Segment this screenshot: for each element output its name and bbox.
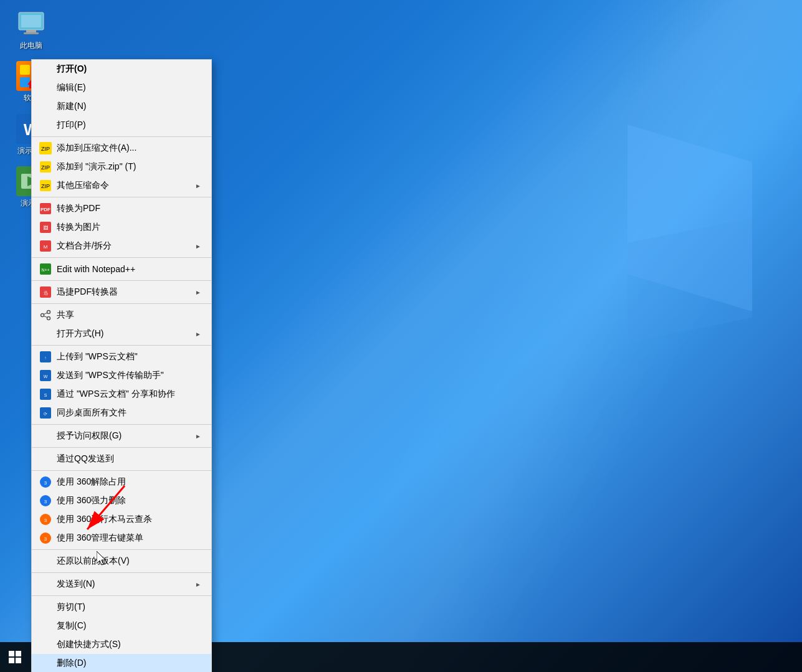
menu-item-restore[interactable]: 还原以前的版本(V) (32, 552, 211, 570)
this-pc-label: 此电脑 (20, 41, 42, 50)
menu-item-open[interactable]: 打开(O) (32, 60, 211, 78)
submenu-arrow-zip: ► (195, 182, 201, 189)
submenu-arrow-send-to: ► (195, 581, 201, 588)
menu-label-edit: 编辑(E) (57, 82, 201, 93)
menu-item-360-scan[interactable]: 3 使用 360进行木马云查杀 (32, 510, 211, 529)
menu-item-send-wps[interactable]: W 发送到 "WPS文件传输助手" (32, 366, 211, 385)
grant-icon (39, 430, 52, 442)
menu-item-delete[interactable]: 删除(D) (32, 654, 211, 672)
svg-text:S: S (44, 393, 47, 397)
menu-item-notepad[interactable]: N++ Edit with Notepad++ (32, 260, 211, 278)
menu-item-grant[interactable]: 授予访问权限(G) ► (32, 427, 211, 445)
menu-label-360-menu: 使用 360管理右键菜单 (57, 532, 201, 544)
svg-text:3: 3 (44, 480, 47, 486)
svg-line-34 (44, 313, 47, 315)
menu-label-send-to: 发送到(N) (57, 579, 195, 590)
menu-label-share-wps: 通过 "WPS云文档" 分享和协作 (57, 389, 201, 400)
menu-item-to-img[interactable]: 🖼 转换为图片 (32, 218, 211, 237)
divider-10 (32, 549, 211, 550)
desktop: 此电脑 (0, 0, 802, 672)
menu-label-notepad: Edit with Notepad++ (57, 264, 201, 274)
menu-item-360-menu[interactable]: 3 使用 360管理右键菜单 (32, 529, 211, 547)
menu-label-to-pdf: 转换为PDF (57, 203, 201, 214)
svg-text:3: 3 (44, 499, 47, 504)
menu-item-new[interactable]: 新建(N) (32, 97, 211, 116)
divider-5 (32, 303, 211, 304)
svg-text:W: W (44, 374, 48, 379)
open-icon (39, 63, 52, 75)
svg-point-33 (41, 314, 44, 317)
divider-8 (32, 447, 211, 448)
menu-item-send-qq[interactable]: 通过QQ发送到 (32, 450, 211, 468)
submenu-arrow-xun: ► (195, 289, 201, 296)
submenu-arrow-grant: ► (195, 433, 201, 440)
divider-1 (32, 136, 211, 137)
menu-item-sync[interactable]: ⟳ 同步桌面所有文件 (32, 404, 211, 422)
restore-icon (39, 555, 52, 567)
win-logo-q4 (16, 658, 21, 663)
svg-point-32 (47, 317, 50, 320)
share-wps-icon: S (39, 388, 52, 400)
menu-item-360-free[interactable]: 3 使用 360解除占用 (32, 473, 211, 491)
qq-icon (39, 453, 52, 465)
xun-icon: 迅 (39, 286, 52, 298)
pdf-icon: PDF (39, 202, 52, 215)
menu-item-add-zip2[interactable]: ZIP 添加到 "演示.zip" (T) (32, 158, 211, 176)
divider-3 (32, 257, 211, 258)
menu-label-new: 新建(N) (57, 101, 201, 112)
menu-item-merge[interactable]: M 文档合并/拆分 ► (32, 237, 211, 255)
divider-11 (32, 572, 211, 573)
menu-label-sync: 同步桌面所有文件 (57, 407, 201, 419)
menu-item-add-zip[interactable]: ZIP 添加到压缩文件(A)... (32, 139, 211, 158)
menu-item-create-shortcut[interactable]: 创建快捷方式(S) (32, 635, 211, 654)
menu-item-edit[interactable]: 编辑(E) (32, 78, 211, 97)
menu-item-upload-wps[interactable]: ↑ 上传到 "WPS云文档" (32, 348, 211, 366)
menu-item-cut[interactable]: 剪切(T) (32, 598, 211, 617)
menu-item-360-del[interactable]: 3 使用 360强力删除 (32, 491, 211, 510)
share-icon (39, 309, 52, 321)
svg-text:迅: 迅 (44, 291, 48, 295)
menu-label-add-zip: 添加到压缩文件(A)... (57, 143, 201, 154)
360c-icon: 3 (39, 513, 52, 526)
send-wps-icon: W (39, 369, 52, 382)
menu-item-other-zip[interactable]: ZIP 其他压缩命令 ► (32, 176, 211, 195)
context-menu: 打开(O) 编辑(E) 新建(N) 打印(P) ZIP 添加到压缩文件(A)..… (31, 59, 212, 672)
svg-text:🖼: 🖼 (43, 225, 48, 231)
menu-item-to-pdf[interactable]: PDF 转换为PDF (32, 199, 211, 218)
svg-text:3: 3 (44, 536, 47, 542)
svg-text:ZIP: ZIP (41, 183, 50, 189)
open-with-icon (39, 328, 52, 340)
menu-item-copy[interactable]: 复制(C) (32, 617, 211, 635)
menu-label-360-scan: 使用 360进行木马云查杀 (57, 514, 201, 525)
menu-item-open-with[interactable]: 打开方式(H) ► (32, 324, 211, 343)
menu-label-360-free: 使用 360解除占用 (57, 476, 201, 488)
svg-text:M: M (44, 244, 48, 250)
edit-icon (39, 82, 52, 94)
menu-label-cut: 剪切(T) (57, 602, 201, 613)
windows-logo-icon (9, 651, 21, 663)
svg-text:ZIP: ZIP (41, 146, 50, 152)
win-logo-q3 (9, 658, 14, 663)
menu-label-add-zip2: 添加到 "演示.zip" (T) (57, 161, 201, 173)
menu-item-share-wps[interactable]: S 通过 "WPS云文档" 分享和协作 (32, 385, 211, 404)
menu-item-xun[interactable]: 迅 迅捷PDF转换器 ► (32, 283, 211, 301)
divider-7 (32, 424, 211, 425)
svg-rect-2 (26, 30, 36, 32)
svg-rect-3 (24, 32, 39, 34)
menu-item-share[interactable]: 共享 (32, 306, 211, 324)
svg-point-31 (47, 311, 50, 314)
menu-item-send-to[interactable]: 发送到(N) ► (32, 575, 211, 594)
menu-label-grant: 授予访问权限(G) (57, 430, 195, 442)
svg-text:ZIP: ZIP (41, 164, 50, 171)
sync-icon: ⟳ (39, 407, 52, 419)
menu-label-open-with: 打开方式(H) (57, 328, 195, 339)
start-button[interactable] (0, 642, 30, 672)
desktop-icon-this-pc[interactable]: 此电脑 (6, 6, 56, 52)
new-icon (39, 100, 52, 113)
notepad-icon: N++ (39, 263, 52, 275)
win-logo-q2 (16, 651, 21, 656)
menu-label-copy: 复制(C) (57, 620, 201, 632)
svg-text:↑: ↑ (44, 356, 47, 360)
upload-wps-icon: ↑ (39, 351, 52, 363)
menu-item-print[interactable]: 打印(P) (32, 116, 211, 135)
